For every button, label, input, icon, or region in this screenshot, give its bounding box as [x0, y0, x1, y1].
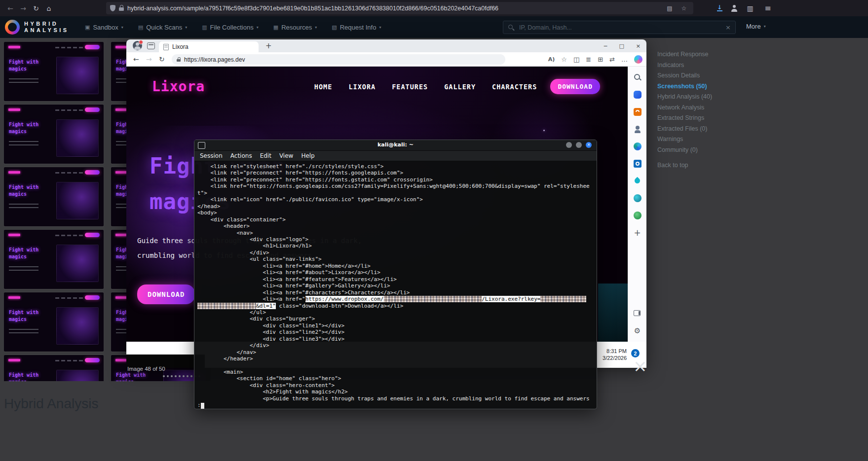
- sync-icon[interactable]: ⇄: [609, 56, 615, 63]
- drop-icon[interactable]: [633, 176, 642, 186]
- back-icon[interactable]: ←: [4, 4, 17, 12]
- edge-tab[interactable]: Lixora: [159, 41, 259, 52]
- ha-logo[interactable]: HYBRID ANALYSIS: [5, 20, 69, 35]
- downloads-icon[interactable]: ↓: [714, 5, 725, 11]
- terminal-close-button[interactable]: ×: [586, 142, 592, 148]
- library-icon[interactable]: ▥: [744, 4, 756, 12]
- minimize-button[interactable]: ─: [604, 43, 607, 49]
- games-icon[interactable]: [633, 124, 642, 134]
- terminal-titlebar[interactable]: kali@kali: ~ ×: [194, 140, 597, 151]
- lock-icon[interactable]: [119, 5, 124, 11]
- carousel-dot[interactable]: [171, 375, 173, 377]
- reader-mode-icon[interactable]: ▤: [664, 5, 675, 12]
- screenshot-thumbnail[interactable]: Fight with magics: [4, 292, 104, 352]
- terminal-menu-session[interactable]: Session: [200, 152, 223, 159]
- copilot-icon[interactable]: [634, 55, 642, 64]
- section-link-network-analysis[interactable]: Network Analysis: [657, 105, 763, 111]
- collections-icon[interactable]: ⊞: [598, 56, 603, 63]
- edge-reload-icon[interactable]: ↻: [159, 55, 165, 63]
- site-nav-lixora[interactable]: LIXORA: [348, 83, 376, 91]
- section-link-screenshots-50[interactable]: Screenshots (50): [657, 83, 763, 90]
- lightbox-close[interactable]: ×: [633, 357, 647, 374]
- edge-profile-avatar[interactable]: [133, 41, 142, 50]
- site-download-button[interactable]: DOWNLOAD: [550, 79, 600, 94]
- terminal-maximize-button[interactable]: [576, 142, 582, 148]
- terminal-minimize-button[interactable]: [566, 142, 572, 148]
- section-link-warnings[interactable]: Warnings: [657, 136, 763, 142]
- site-logo[interactable]: Lixora: [152, 78, 205, 95]
- section-link-session-details[interactable]: Session Details: [657, 72, 763, 79]
- search-input[interactable]: [518, 24, 722, 32]
- section-link-extracted-files-0[interactable]: Extracted Files (0): [657, 126, 763, 132]
- terminal-window[interactable]: kali@kali: ~ × SessionActionsEditViewHel…: [194, 140, 597, 409]
- section-link-indicators[interactable]: Indicators: [657, 62, 763, 69]
- tracking-protection-shield-icon[interactable]: [110, 5, 115, 11]
- terminal-menu-edit[interactable]: Edit: [260, 152, 271, 159]
- forward-icon[interactable]: →: [17, 4, 30, 12]
- settings-icon[interactable]: ⚙: [633, 326, 642, 336]
- new-tab-button[interactable]: +: [265, 41, 272, 50]
- ha-nav-item-quick-scans[interactable]: ▤Quick Scans▾: [138, 24, 187, 31]
- add-icon[interactable]: +: [633, 228, 642, 238]
- terminal-body[interactable]: <link rel="stylesheet" href="./src/style…: [194, 161, 597, 410]
- edge-icon[interactable]: [633, 142, 642, 151]
- more-options-icon[interactable]: …: [621, 56, 628, 63]
- split-screen-icon[interactable]: ◫: [573, 56, 579, 63]
- site-nav-features[interactable]: FEATURES: [392, 83, 428, 91]
- read-aloud-icon[interactable]: A): [548, 56, 555, 63]
- terminal-menu-view[interactable]: View: [279, 152, 293, 159]
- more-menu[interactable]: More ▾: [746, 23, 766, 30]
- tree-icon[interactable]: [633, 211, 642, 220]
- edge-back-icon[interactable]: ←: [133, 55, 139, 63]
- edge-address-bar[interactable]: https://lixora.pages.dev: [172, 54, 505, 65]
- carousel-dot[interactable]: [167, 375, 169, 377]
- terminal-menu-help[interactable]: Help: [301, 152, 314, 159]
- ha-nav-item-resources[interactable]: ▦Resources▾: [273, 24, 317, 31]
- screenshot-thumbnail[interactable]: Fight with magics: [4, 105, 104, 164]
- site-nav-characters[interactable]: CHARACTERS: [492, 83, 537, 91]
- home-icon[interactable]: ⌂: [42, 4, 55, 12]
- carousel-dot[interactable]: [179, 375, 181, 377]
- carousel-dot[interactable]: [190, 375, 192, 377]
- shopping-icon[interactable]: [633, 107, 642, 117]
- section-link-hybrid-analysis-40[interactable]: Hybrid Analysis (40): [657, 94, 763, 100]
- favorites-star-icon[interactable]: ☆: [561, 56, 567, 63]
- screenshot-thumbnail[interactable]: Fight with magics: [4, 230, 104, 289]
- section-link-community-0[interactable]: Community (0): [657, 147, 763, 153]
- carousel-dot[interactable]: [187, 375, 189, 377]
- screenshot-thumbnail[interactable]: Fight with magics: [4, 167, 104, 226]
- screenshot-thumbnail[interactable]: Fight with magics: [4, 42, 104, 101]
- ha-nav-item-file-collections[interactable]: ▥File Collections▾: [202, 24, 259, 31]
- section-link-back-to-top[interactable]: Back to top: [657, 162, 763, 169]
- ha-nav-item-sandbox[interactable]: ▣Sandbox▾: [85, 24, 123, 31]
- tools-icon[interactable]: [633, 193, 642, 203]
- search-clear-icon[interactable]: ×: [725, 24, 731, 31]
- carousel-dot[interactable]: [175, 375, 177, 377]
- search-icon[interactable]: [633, 72, 642, 82]
- menu-icon[interactable]: ≡: [761, 3, 774, 13]
- terminal-menu-actions[interactable]: Actions: [230, 152, 252, 159]
- tab-actions-icon[interactable]: [147, 42, 155, 49]
- site-nav-home[interactable]: HOME: [314, 83, 333, 91]
- bookmark-star-icon[interactable]: ☆: [679, 5, 689, 12]
- maximize-button[interactable]: □: [619, 43, 624, 49]
- taskbar-clock[interactable]: 8:31 PM 3/22/2026: [603, 348, 627, 361]
- url-bar[interactable]: hybrid-analysis.com/sample/a79517f6c59e8…: [106, 2, 693, 14]
- account-icon[interactable]: [730, 4, 739, 12]
- section-link-incident-response[interactable]: Incident Response: [657, 51, 763, 58]
- site-nav-gallery[interactable]: GALLERY: [444, 83, 476, 91]
- ha-nav-item-request-info[interactable]: ▧Request Info▾: [332, 24, 381, 31]
- search-box[interactable]: ×: [503, 21, 736, 34]
- carousel-dot[interactable]: [183, 375, 185, 377]
- carousel-dot[interactable]: [163, 375, 165, 377]
- close-button[interactable]: ×: [636, 43, 641, 49]
- section-link-extracted-strings[interactable]: Extracted Strings: [657, 115, 763, 121]
- panel-icon[interactable]: [633, 309, 642, 319]
- reload-icon[interactable]: ↻: [30, 4, 42, 12]
- edge-forward-icon[interactable]: →: [146, 55, 152, 63]
- hero-download-button[interactable]: DOWNLOAD: [137, 284, 195, 304]
- favorites-list-icon[interactable]: ≣: [586, 56, 591, 63]
- screenshot-thumbnail[interactable]: Fight with magics: [4, 355, 104, 381]
- discover-icon[interactable]: [633, 90, 642, 100]
- outlook-icon[interactable]: [633, 159, 642, 169]
